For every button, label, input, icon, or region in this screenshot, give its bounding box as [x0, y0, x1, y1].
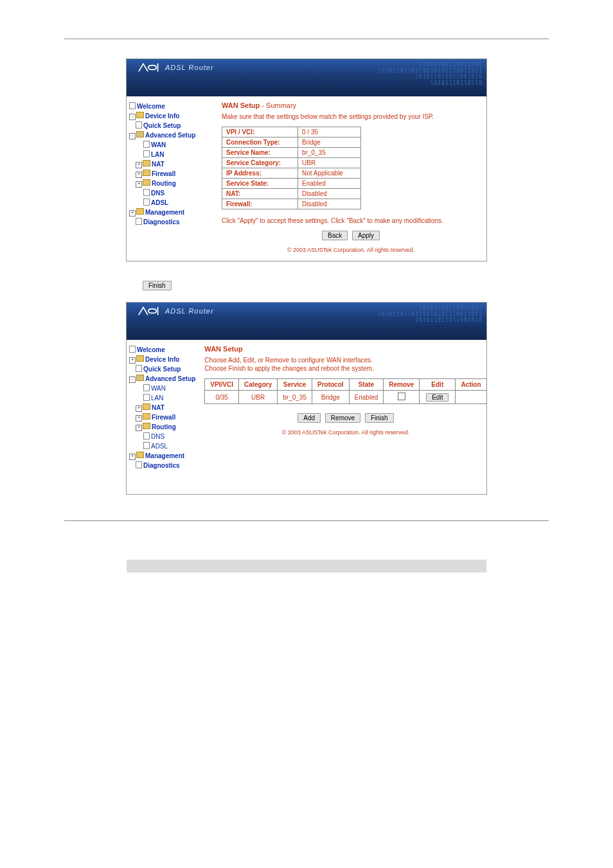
- page-divider-top: [64, 39, 549, 39]
- expand-icon[interactable]: +: [129, 454, 136, 460]
- nav-management[interactable]: Management: [145, 452, 184, 459]
- copyright: © 2003 ASUSTek Corporation. All rights r…: [222, 244, 480, 256]
- edit-button[interactable]: Edit: [426, 393, 449, 402]
- header-decoration: 1010110011001100110101101101100101011100…: [378, 62, 483, 86]
- col-state: State: [349, 379, 384, 391]
- nav-diagnostics[interactable]: Diagnostics: [143, 462, 180, 469]
- folder-icon: [136, 208, 144, 215]
- table-header-row: VPI/VCI Category Service Protocol State …: [205, 379, 486, 391]
- doc-icon: [136, 218, 142, 225]
- nav-welcome[interactable]: Welcome: [137, 346, 165, 353]
- nav-adsl[interactable]: ADSL: [151, 443, 168, 450]
- value-connection-type: Bridge: [298, 137, 361, 148]
- table-row: 0/35 UBR br_0_35 Bridge Enabled Edit: [205, 391, 486, 404]
- expand-icon[interactable]: +: [129, 210, 136, 217]
- remove-button[interactable]: Remove: [325, 413, 360, 423]
- gray-bar: [127, 560, 486, 572]
- doc-icon: [136, 365, 142, 372]
- col-action: Action: [456, 379, 486, 391]
- nav-firewall[interactable]: Firewall: [152, 414, 175, 421]
- doc-icon: [143, 384, 150, 391]
- col-protocol: Protocol: [312, 379, 350, 391]
- nav-advanced-setup[interactable]: Advanced Setup: [145, 132, 195, 139]
- nav-routing[interactable]: Routing: [152, 423, 176, 430]
- expand-icon[interactable]: +: [136, 415, 142, 421]
- brand-product: ADSL Router: [165, 307, 214, 315]
- doc-icon: [136, 461, 142, 468]
- page-title: WAN Setup - Summary: [222, 102, 480, 109]
- expand-icon[interactable]: +: [136, 162, 142, 168]
- label-vpi-vci: VPI / VCI:: [222, 127, 298, 137]
- folder-icon: [136, 112, 144, 118]
- collapse-icon[interactable]: -: [129, 376, 136, 383]
- nav-lan[interactable]: LAN: [151, 394, 163, 402]
- nav-wan[interactable]: WAN: [151, 141, 166, 148]
- value-service-name: br_0_35: [298, 148, 361, 158]
- nav-nat[interactable]: NAT: [152, 404, 164, 411]
- expand-icon[interactable]: +: [136, 425, 142, 431]
- cell-state: Enabled: [349, 391, 384, 404]
- collapse-icon[interactable]: -: [129, 133, 136, 139]
- label-firewall: Firewall:: [222, 199, 298, 209]
- apply-note: Click "Apply" to accept these settings. …: [222, 217, 480, 224]
- doc-icon: [129, 346, 136, 353]
- wan-interfaces-table: VPI/VCI Category Service Protocol State …: [204, 378, 486, 404]
- finish-button[interactable]: Finish: [365, 413, 394, 423]
- col-category: Category: [238, 379, 277, 391]
- nav-quick-setup[interactable]: Quick Setup: [143, 366, 181, 373]
- expand-icon[interactable]: +: [136, 405, 142, 412]
- apply-button[interactable]: Apply: [352, 231, 380, 240]
- brand-logo: ADSL Router: [138, 306, 214, 315]
- nav-lan[interactable]: LAN: [151, 151, 164, 158]
- nav-routing[interactable]: Routing: [152, 180, 176, 187]
- nav-dns[interactable]: DNS: [151, 433, 164, 440]
- add-button[interactable]: Add: [298, 413, 321, 423]
- nav-management[interactable]: Management: [145, 209, 184, 216]
- cell-vpi-vci: 0/35: [205, 391, 239, 404]
- col-edit: Edit: [420, 379, 456, 391]
- panel-header: ADSL Router 1010110011001100110101101101…: [127, 303, 486, 340]
- nav-diagnostics[interactable]: Diagnostics: [143, 218, 180, 226]
- label-ip-address: IP Address:: [222, 168, 298, 179]
- nav-advanced-setup[interactable]: Advanced Setup: [145, 375, 195, 382]
- nav-wan[interactable]: WAN: [151, 385, 166, 392]
- nav-device-info[interactable]: Device Info: [145, 356, 179, 363]
- folder-open-icon: [136, 375, 144, 381]
- folder-icon: [143, 179, 150, 186]
- remove-checkbox[interactable]: [398, 393, 405, 400]
- value-firewall: Disabled: [298, 199, 361, 209]
- label-service-name: Service Name:: [222, 148, 298, 158]
- value-vpi-vci: 0 / 35: [298, 127, 361, 137]
- expand-icon[interactable]: +: [136, 181, 142, 188]
- nav-adsl[interactable]: ADSL: [151, 199, 168, 206]
- page-title: WAN Setup: [204, 345, 486, 353]
- collapse-icon[interactable]: -: [129, 114, 136, 120]
- help-text-1: Choose Add, Edit, or Remove to configure…: [204, 357, 486, 364]
- nav-device-info[interactable]: Device Info: [145, 112, 179, 120]
- back-button[interactable]: Back: [322, 231, 348, 240]
- expand-icon[interactable]: +: [129, 357, 136, 364]
- header-decoration: 1010110011001100110101101101100101011100…: [378, 305, 483, 324]
- nav-sidebar: Welcome -Device Info Quick Setup -Advanc…: [127, 96, 215, 261]
- nav-quick-setup[interactable]: Quick Setup: [143, 122, 181, 129]
- summary-table: VPI / VCI:0 / 35 Connection Type:Bridge …: [222, 127, 361, 209]
- nav-nat[interactable]: NAT: [152, 161, 164, 168]
- nav-welcome[interactable]: Welcome: [137, 103, 165, 110]
- label-service-category: Service Category:: [222, 158, 298, 168]
- page-divider-mid: [64, 520, 549, 521]
- value-service-state: Enabled: [298, 179, 361, 189]
- help-text-2: Choose Finish to apply the changes and r…: [204, 365, 486, 372]
- doc-icon: [143, 189, 150, 196]
- cell-protocol: Bridge: [312, 391, 350, 404]
- folder-icon: [143, 403, 150, 410]
- expand-icon[interactable]: +: [136, 172, 142, 178]
- doc-icon: [143, 432, 150, 439]
- nav-firewall[interactable]: Firewall: [152, 170, 175, 177]
- value-ip-address: Not Applicable: [298, 168, 361, 179]
- label-service-state: Service State:: [222, 179, 298, 189]
- folder-icon: [143, 170, 150, 176]
- cell-service: br_0_35: [278, 391, 312, 404]
- folder-icon: [143, 423, 150, 429]
- nav-dns[interactable]: DNS: [151, 190, 164, 197]
- finish-button-inline[interactable]: Finish: [143, 281, 172, 290]
